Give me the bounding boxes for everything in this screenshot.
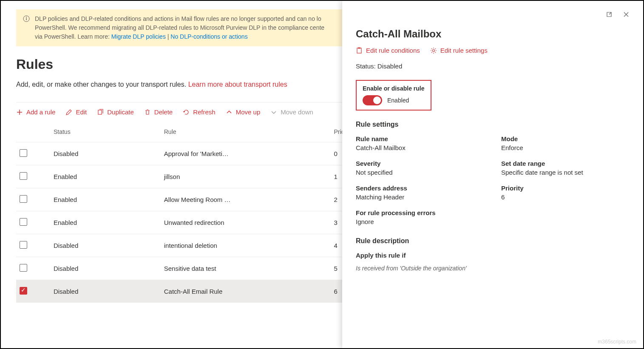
row-checkbox[interactable]	[20, 149, 27, 157]
chevron-up-icon	[226, 109, 233, 116]
info-icon	[23, 15, 30, 22]
plus-icon	[16, 109, 23, 116]
setting-label: For rule processing errors	[356, 209, 484, 216]
svg-point-1	[26, 17, 27, 18]
enable-toggle-box: Enable or disable rule Enabled	[356, 80, 431, 111]
setting-label: Mode	[501, 135, 630, 142]
delete-button[interactable]: Delete	[144, 108, 173, 116]
pencil-icon	[65, 109, 72, 116]
enable-toggle[interactable]	[363, 95, 382, 105]
migrate-dlp-link[interactable]: Migrate DLP policies	[111, 33, 166, 40]
row-rule: Approval for 'Marketi…	[161, 142, 331, 165]
toggle-label: Enabled	[387, 97, 409, 104]
row-checkbox[interactable]	[20, 195, 27, 203]
duplicate-button[interactable]: Duplicate	[97, 108, 134, 116]
row-checkbox[interactable]	[20, 172, 27, 180]
col-status[interactable]: Status	[50, 122, 161, 142]
row-rule: intentional deletion	[161, 234, 331, 257]
no-dlp-link[interactable]: No DLP-conditions or actions	[170, 33, 247, 40]
gear-icon	[430, 47, 437, 54]
refresh-button[interactable]: Refresh	[183, 108, 216, 116]
row-rule: Unwanted redirection	[161, 211, 331, 234]
setting-label: Severity	[356, 160, 484, 167]
banner-text: DLP policies and DLP-related conditions …	[35, 14, 324, 41]
row-rule: Catch-All Email Rule	[161, 280, 331, 303]
close-icon[interactable]	[623, 11, 630, 18]
edit-conditions-link[interactable]: Edit rule conditions	[356, 47, 420, 54]
condition-text: Is received from 'Outside the organizati…	[356, 265, 630, 272]
svg-point-6	[432, 49, 434, 51]
svg-rect-4	[357, 48, 361, 53]
setting-value: Catch-All Mailbox	[356, 144, 484, 151]
refresh-icon	[183, 109, 190, 116]
edit-button[interactable]: Edit	[65, 108, 87, 116]
add-rule-button[interactable]: Add a rule	[16, 108, 55, 116]
setting-value: Not specified	[356, 169, 484, 176]
trash-icon	[144, 109, 151, 116]
toggle-title: Enable or disable rule	[363, 85, 425, 92]
move-up-button[interactable]: Move up	[226, 108, 261, 116]
setting-label: Rule name	[356, 135, 484, 142]
row-checkbox[interactable]	[20, 287, 27, 295]
watermark: m365scripts.com	[598, 339, 636, 345]
rule-settings-heading: Rule settings	[356, 121, 630, 128]
row-status: Disabled	[50, 142, 161, 165]
row-checkbox[interactable]	[20, 264, 27, 272]
row-rule: Allow Meeting Room …	[161, 188, 331, 211]
row-status: Enabled	[50, 188, 161, 211]
learn-more-link[interactable]: Learn more about transport rules	[188, 81, 287, 88]
setting-value: Matching Header	[356, 193, 484, 201]
row-status: Disabled	[50, 234, 161, 257]
setting-label: Set date range	[501, 160, 630, 167]
move-down-button[interactable]: Move down	[270, 108, 313, 116]
edit-settings-link[interactable]: Edit rule settings	[430, 47, 488, 54]
row-status: Enabled	[50, 165, 161, 188]
row-rule: jillson	[161, 165, 331, 188]
setting-value: Enforce	[501, 144, 630, 151]
row-status: Disabled	[50, 280, 161, 303]
panel-status: Status: Disabled	[356, 62, 630, 70]
panel-title: Catch-All Mailbox	[356, 28, 630, 40]
row-checkbox[interactable]	[20, 241, 27, 249]
row-rule: Sensitive data test	[161, 257, 331, 280]
setting-label: Priority	[501, 184, 630, 192]
row-checkbox[interactable]	[20, 218, 27, 226]
popout-icon[interactable]	[606, 11, 613, 18]
setting-value: 6	[501, 193, 630, 201]
row-status: Enabled	[50, 211, 161, 234]
rule-description-heading: Rule description	[356, 237, 630, 245]
setting-label: Senders address	[356, 184, 484, 192]
apply-if-label: Apply this rule if	[356, 252, 630, 259]
chevron-down-icon	[270, 109, 277, 116]
col-rule[interactable]: Rule	[161, 122, 331, 142]
copy-icon	[97, 109, 104, 116]
setting-value: Specific date range is not set	[501, 169, 630, 176]
row-status: Disabled	[50, 257, 161, 280]
setting-value: Ignore	[356, 218, 484, 225]
detail-panel: Catch-All Mailbox Edit rule conditions E…	[342, 1, 643, 348]
svg-rect-2	[26, 18, 26, 20]
clipboard-icon	[356, 47, 363, 54]
svg-rect-3	[98, 110, 102, 114]
